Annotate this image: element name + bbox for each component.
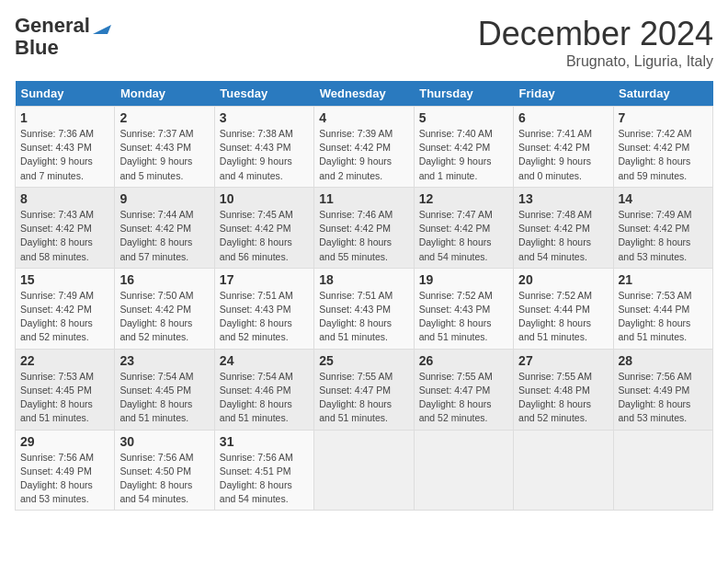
calendar-cell — [613, 430, 712, 511]
day-info: Sunrise: 7:49 AM Sunset: 4:42 PM Dayligh… — [20, 289, 109, 345]
calendar-week-1: 1Sunrise: 7:36 AM Sunset: 4:43 PM Daylig… — [16, 107, 713, 188]
calendar-cell: 26Sunrise: 7:55 AM Sunset: 4:47 PM Dayli… — [414, 349, 513, 430]
calendar-cell: 20Sunrise: 7:52 AM Sunset: 4:44 PM Dayli… — [514, 268, 613, 349]
day-number: 11 — [319, 191, 408, 206]
day-number: 7 — [619, 110, 708, 125]
day-info: Sunrise: 7:55 AM Sunset: 4:48 PM Dayligh… — [518, 370, 608, 426]
day-info: Sunrise: 7:41 AM Sunset: 4:42 PM Dayligh… — [518, 127, 608, 183]
day-info: Sunrise: 7:39 AM Sunset: 4:42 PM Dayligh… — [319, 127, 408, 183]
weekday-header-row: SundayMondayTuesdayWednesdayThursdayFrid… — [16, 81, 713, 107]
day-number: 19 — [419, 272, 508, 287]
weekday-header-monday: Monday — [115, 81, 214, 107]
calendar-cell: 16Sunrise: 7:50 AM Sunset: 4:42 PM Dayli… — [115, 268, 214, 349]
weekday-header-saturday: Saturday — [613, 81, 712, 107]
logo-bird-icon — [91, 17, 111, 36]
weekday-header-sunday: Sunday — [16, 81, 115, 107]
month-title: December 2024 — [478, 15, 713, 53]
calendar-cell: 25Sunrise: 7:55 AM Sunset: 4:47 PM Dayli… — [314, 349, 414, 430]
day-info: Sunrise: 7:56 AM Sunset: 4:49 PM Dayligh… — [619, 370, 708, 426]
weekday-header-tuesday: Tuesday — [214, 81, 313, 107]
day-info: Sunrise: 7:56 AM Sunset: 4:50 PM Dayligh… — [119, 451, 209, 507]
weekday-header-friday: Friday — [514, 81, 613, 107]
day-info: Sunrise: 7:36 AM Sunset: 4:43 PM Dayligh… — [20, 127, 109, 183]
calendar-cell: 8Sunrise: 7:43 AM Sunset: 4:42 PM Daylig… — [16, 187, 115, 268]
calendar-cell: 7Sunrise: 7:42 AM Sunset: 4:42 PM Daylig… — [613, 107, 712, 188]
calendar-cell: 15Sunrise: 7:49 AM Sunset: 4:42 PM Dayli… — [16, 268, 115, 349]
day-number: 27 — [518, 353, 608, 368]
header: General Blue December 2024 Brugnato, Lig… — [15, 15, 713, 70]
logo-blue: Blue — [15, 37, 59, 59]
calendar-cell: 28Sunrise: 7:56 AM Sunset: 4:49 PM Dayli… — [613, 349, 712, 430]
day-number: 23 — [119, 353, 209, 368]
day-info: Sunrise: 7:49 AM Sunset: 4:42 PM Dayligh… — [619, 208, 708, 264]
day-info: Sunrise: 7:51 AM Sunset: 4:43 PM Dayligh… — [319, 289, 408, 345]
calendar-cell — [414, 430, 513, 511]
location-title: Brugnato, Liguria, Italy — [478, 53, 713, 70]
calendar-cell: 22Sunrise: 7:53 AM Sunset: 4:45 PM Dayli… — [16, 349, 115, 430]
day-info: Sunrise: 7:42 AM Sunset: 4:42 PM Dayligh… — [619, 127, 708, 183]
day-info: Sunrise: 7:56 AM Sunset: 4:51 PM Dayligh… — [220, 451, 309, 507]
calendar-cell: 12Sunrise: 7:47 AM Sunset: 4:42 PM Dayli… — [414, 187, 513, 268]
calendar-cell: 1Sunrise: 7:36 AM Sunset: 4:43 PM Daylig… — [16, 107, 115, 188]
calendar-table: SundayMondayTuesdayWednesdayThursdayFrid… — [15, 81, 713, 511]
day-info: Sunrise: 7:55 AM Sunset: 4:47 PM Dayligh… — [419, 370, 508, 426]
day-number: 14 — [619, 191, 708, 206]
calendar-cell: 14Sunrise: 7:49 AM Sunset: 4:42 PM Dayli… — [613, 187, 712, 268]
day-number: 15 — [20, 272, 109, 287]
calendar-cell: 18Sunrise: 7:51 AM Sunset: 4:43 PM Dayli… — [314, 268, 414, 349]
logo: General Blue — [15, 15, 111, 59]
calendar-cell: 31Sunrise: 7:56 AM Sunset: 4:51 PM Dayli… — [214, 430, 313, 511]
calendar-cell: 10Sunrise: 7:45 AM Sunset: 4:42 PM Dayli… — [214, 187, 313, 268]
calendar-week-3: 15Sunrise: 7:49 AM Sunset: 4:42 PM Dayli… — [16, 268, 713, 349]
day-info: Sunrise: 7:45 AM Sunset: 4:42 PM Dayligh… — [220, 208, 309, 264]
calendar-cell: 29Sunrise: 7:56 AM Sunset: 4:49 PM Dayli… — [16, 430, 115, 511]
day-number: 8 — [20, 191, 109, 206]
calendar-week-4: 22Sunrise: 7:53 AM Sunset: 4:45 PM Dayli… — [16, 349, 713, 430]
calendar-cell: 19Sunrise: 7:52 AM Sunset: 4:43 PM Dayli… — [414, 268, 513, 349]
calendar-cell: 24Sunrise: 7:54 AM Sunset: 4:46 PM Dayli… — [214, 349, 313, 430]
day-info: Sunrise: 7:53 AM Sunset: 4:44 PM Dayligh… — [619, 289, 708, 345]
day-number: 29 — [20, 434, 109, 449]
day-info: Sunrise: 7:38 AM Sunset: 4:43 PM Dayligh… — [220, 127, 309, 183]
day-number: 2 — [119, 110, 209, 125]
calendar-cell: 2Sunrise: 7:37 AM Sunset: 4:43 PM Daylig… — [115, 107, 214, 188]
day-number: 26 — [419, 353, 508, 368]
day-number: 28 — [619, 353, 708, 368]
day-number: 18 — [319, 272, 408, 287]
day-info: Sunrise: 7:53 AM Sunset: 4:45 PM Dayligh… — [20, 370, 109, 426]
logo-general: General — [15, 15, 90, 37]
day-number: 16 — [119, 272, 209, 287]
day-number: 6 — [518, 110, 608, 125]
day-info: Sunrise: 7:55 AM Sunset: 4:47 PM Dayligh… — [319, 370, 408, 426]
calendar-cell: 6Sunrise: 7:41 AM Sunset: 4:42 PM Daylig… — [514, 107, 613, 188]
day-info: Sunrise: 7:51 AM Sunset: 4:43 PM Dayligh… — [220, 289, 309, 345]
calendar-week-5: 29Sunrise: 7:56 AM Sunset: 4:49 PM Dayli… — [16, 430, 713, 511]
day-number: 12 — [419, 191, 508, 206]
day-info: Sunrise: 7:52 AM Sunset: 4:43 PM Dayligh… — [419, 289, 508, 345]
day-info: Sunrise: 7:47 AM Sunset: 4:42 PM Dayligh… — [419, 208, 508, 264]
day-number: 5 — [419, 110, 508, 125]
title-section: December 2024 Brugnato, Liguria, Italy — [478, 15, 713, 70]
calendar-cell: 3Sunrise: 7:38 AM Sunset: 4:43 PM Daylig… — [214, 107, 313, 188]
day-number: 10 — [220, 191, 309, 206]
day-info: Sunrise: 7:46 AM Sunset: 4:42 PM Dayligh… — [319, 208, 408, 264]
day-number: 30 — [119, 434, 209, 449]
day-number: 3 — [220, 110, 309, 125]
calendar-cell: 27Sunrise: 7:55 AM Sunset: 4:48 PM Dayli… — [514, 349, 613, 430]
day-info: Sunrise: 7:56 AM Sunset: 4:49 PM Dayligh… — [20, 451, 109, 507]
day-info: Sunrise: 7:54 AM Sunset: 4:46 PM Dayligh… — [220, 370, 309, 426]
day-info: Sunrise: 7:48 AM Sunset: 4:42 PM Dayligh… — [518, 208, 608, 264]
day-number: 25 — [319, 353, 408, 368]
day-info: Sunrise: 7:50 AM Sunset: 4:42 PM Dayligh… — [119, 289, 209, 345]
day-info: Sunrise: 7:37 AM Sunset: 4:43 PM Dayligh… — [119, 127, 209, 183]
day-number: 31 — [220, 434, 309, 449]
day-number: 1 — [20, 110, 109, 125]
calendar-cell: 9Sunrise: 7:44 AM Sunset: 4:42 PM Daylig… — [115, 187, 214, 268]
calendar-cell: 30Sunrise: 7:56 AM Sunset: 4:50 PM Dayli… — [115, 430, 214, 511]
weekday-header-wednesday: Wednesday — [314, 81, 414, 107]
calendar-cell — [314, 430, 414, 511]
calendar-cell: 21Sunrise: 7:53 AM Sunset: 4:44 PM Dayli… — [613, 268, 712, 349]
calendar-cell: 13Sunrise: 7:48 AM Sunset: 4:42 PM Dayli… — [514, 187, 613, 268]
day-number: 24 — [220, 353, 309, 368]
calendar-week-2: 8Sunrise: 7:43 AM Sunset: 4:42 PM Daylig… — [16, 187, 713, 268]
